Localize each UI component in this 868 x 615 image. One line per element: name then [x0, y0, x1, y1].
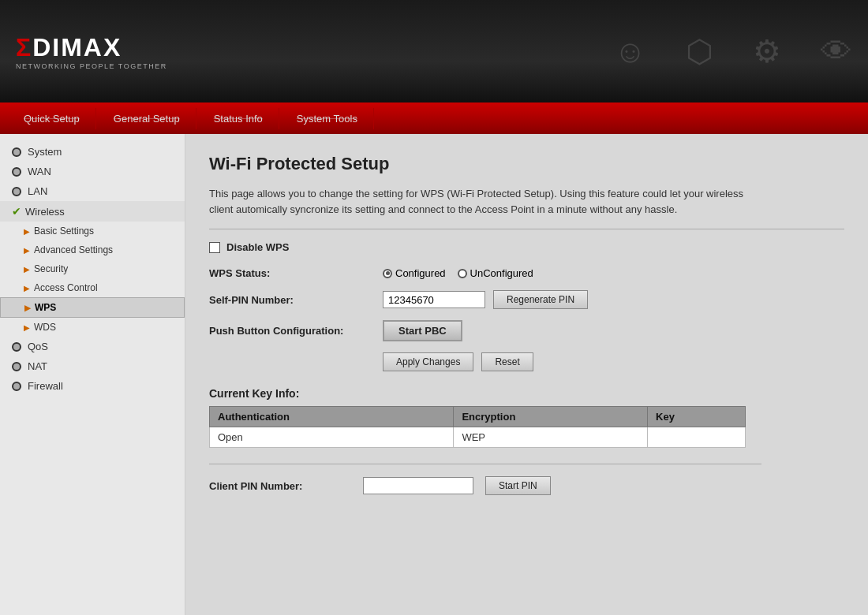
- logo-tagline: NETWORKING PEOPLE TOGETHER: [16, 62, 167, 70]
- wps-status-label: WPS Status:: [209, 267, 383, 279]
- apply-button[interactable]: Apply Changes: [383, 352, 473, 371]
- logo-text: ΣDIMAX: [16, 33, 167, 62]
- page-description: This page allows you to change the setti…: [209, 186, 746, 217]
- client-pin-label: Client PIN Number:: [209, 480, 351, 492]
- nav-general-setup[interactable]: General Setup: [98, 108, 196, 129]
- wps-status-row: WPS Status: Configured UnConfigured: [209, 267, 761, 279]
- radio-configured[interactable]: Configured: [383, 267, 446, 279]
- current-key-info-section: Current Key Info: Authentication Encrypt…: [209, 387, 761, 448]
- lan-bullet: [12, 187, 21, 196]
- reset-button[interactable]: Reset: [481, 352, 533, 371]
- sidebar: System WAN LAN ✔ Wireless ▶ Basic Settin…: [0, 134, 185, 615]
- access-control-arrow: ▶: [24, 284, 30, 293]
- basic-settings-arrow: ▶: [24, 227, 30, 236]
- sidebar-item-wps[interactable]: ▶ WPS: [0, 297, 185, 318]
- sidebar-item-security[interactable]: ▶ Security: [0, 259, 185, 278]
- security-arrow: ▶: [24, 265, 30, 274]
- client-pin-row: Client PIN Number: Start PIN: [209, 476, 761, 495]
- advanced-settings-arrow: ▶: [24, 246, 30, 255]
- wds-arrow: ▶: [24, 323, 30, 332]
- sidebar-item-advanced-settings[interactable]: ▶ Advanced Settings: [0, 240, 185, 259]
- sidebar-item-system[interactable]: System: [0, 142, 185, 162]
- sidebar-item-wan[interactable]: WAN: [0, 162, 185, 181]
- access-control-label: Access Control: [34, 282, 98, 293]
- smiley-icon: ☺: [614, 34, 646, 69]
- col-authentication: Authentication: [210, 407, 454, 427]
- nodes-icon: ⬡: [686, 33, 713, 69]
- nav-system-tools[interactable]: System Tools: [281, 108, 374, 129]
- wps-form: Disable WPS WPS Status: Configured UnCon…: [209, 241, 761, 495]
- content-area: Wi-Fi Protected Setup This page allows y…: [185, 134, 868, 615]
- sidebar-item-lan[interactable]: LAN: [0, 181, 185, 201]
- key-table-header: Authentication Encryption Key: [210, 407, 746, 427]
- push-button-label: Push Button Configuration:: [209, 325, 383, 337]
- security-label: Security: [34, 263, 68, 274]
- system-bullet: [12, 147, 21, 157]
- header: ΣDIMAX NETWORKING PEOPLE TOGETHER ☺ ⬡ ⚙ …: [0, 0, 868, 102]
- self-pin-label: Self-PIN Number:: [209, 294, 383, 306]
- start-pbc-button[interactable]: Start PBC: [383, 320, 462, 341]
- nat-label: NAT: [28, 360, 47, 372]
- puzzle-icon: ⚙: [753, 33, 781, 69]
- nat-bullet: [12, 362, 21, 371]
- disable-wps-row: Disable WPS: [209, 241, 761, 253]
- logo: ΣDIMAX NETWORKING PEOPLE TOGETHER: [16, 33, 167, 70]
- lan-label: LAN: [28, 185, 47, 197]
- wan-bullet: [12, 167, 21, 177]
- advanced-settings-label: Advanced Settings: [34, 244, 113, 255]
- sidebar-item-access-control[interactable]: ▶ Access Control: [0, 278, 185, 297]
- eye-icon: 👁: [821, 34, 852, 69]
- wireless-label: Wireless: [25, 206, 65, 218]
- key-info-table: Authentication Encryption Key Open WEP: [209, 406, 746, 448]
- radio-unconfigured-label: UnConfigured: [470, 267, 533, 279]
- sidebar-item-wireless[interactable]: ✔ Wireless: [0, 201, 185, 222]
- firewall-label: Firewall: [28, 380, 63, 392]
- wps-label: WPS: [35, 302, 56, 313]
- divider-bottom: [209, 464, 761, 464]
- col-key: Key: [648, 407, 746, 427]
- start-pin-button[interactable]: Start PIN: [485, 476, 551, 495]
- wds-label: WDS: [34, 322, 56, 333]
- qos-bullet: [12, 342, 21, 352]
- header-icons: ☺ ⬡ ⚙ 👁: [614, 0, 852, 102]
- disable-wps-label: Disable WPS: [226, 241, 289, 253]
- sidebar-item-qos[interactable]: QoS: [0, 337, 185, 356]
- qos-label: QoS: [28, 341, 48, 352]
- push-button-value: Start PBC: [383, 320, 462, 341]
- cell-key: [648, 427, 746, 448]
- basic-settings-label: Basic Settings: [34, 226, 94, 237]
- nav-quick-setup[interactable]: Quick Setup: [8, 108, 96, 129]
- wan-label: WAN: [28, 166, 51, 177]
- col-encryption: Encryption: [454, 407, 648, 427]
- firewall-bullet: [12, 382, 21, 391]
- client-pin-input[interactable]: [363, 477, 473, 494]
- sidebar-item-nat[interactable]: NAT: [0, 356, 185, 376]
- page-title: Wi-Fi Protected Setup: [209, 154, 844, 174]
- cell-enc: WEP: [454, 427, 648, 448]
- sidebar-item-wds[interactable]: ▶ WDS: [0, 318, 185, 337]
- radio-unconfigured[interactable]: UnConfigured: [458, 267, 533, 279]
- self-pin-input[interactable]: [383, 291, 485, 308]
- divider-top: [209, 229, 844, 229]
- wireless-checkmark: ✔: [12, 205, 21, 218]
- radio-configured-circle: [383, 269, 392, 278]
- radio-configured-label: Configured: [395, 267, 446, 279]
- self-pin-value: Regenerate PIN: [383, 290, 588, 309]
- current-key-info-title: Current Key Info:: [209, 387, 761, 400]
- push-button-row: Push Button Configuration: Start PBC: [209, 320, 761, 341]
- sidebar-item-firewall[interactable]: Firewall: [0, 376, 185, 396]
- nav-status-info[interactable]: Status Info: [198, 108, 279, 129]
- navbar: Quick Setup General Setup Status Info Sy…: [0, 102, 868, 134]
- main-layout: System WAN LAN ✔ Wireless ▶ Basic Settin…: [0, 134, 868, 615]
- disable-wps-checkbox[interactable]: [209, 242, 220, 253]
- sidebar-item-basic-settings[interactable]: ▶ Basic Settings: [0, 222, 185, 240]
- action-buttons-row: Apply Changes Reset: [209, 352, 761, 371]
- radio-unconfigured-circle: [458, 269, 467, 278]
- self-pin-row: Self-PIN Number: Regenerate PIN: [209, 290, 761, 309]
- action-buttons: Apply Changes Reset: [383, 352, 533, 371]
- wps-status-radios: Configured UnConfigured: [383, 267, 533, 279]
- wps-arrow: ▶: [24, 304, 31, 312]
- table-row: Open WEP: [210, 427, 746, 448]
- system-label: System: [28, 146, 62, 158]
- regenerate-pin-button[interactable]: Regenerate PIN: [493, 290, 588, 309]
